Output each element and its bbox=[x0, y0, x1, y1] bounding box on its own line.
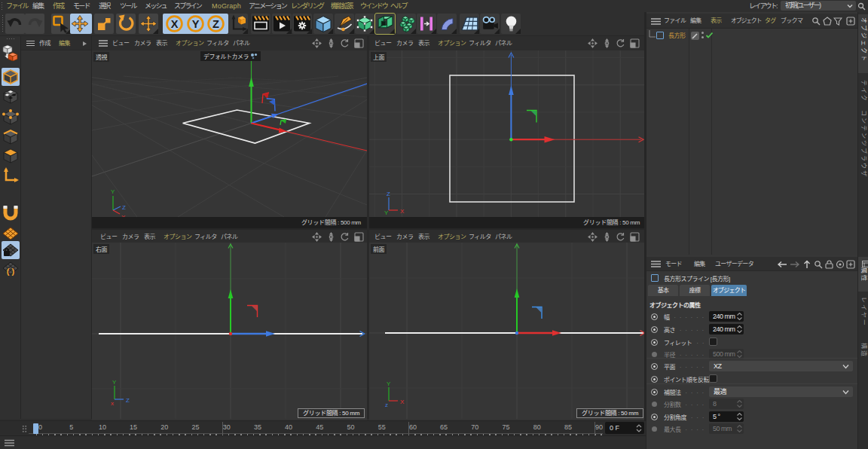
svg-text:Z: Z bbox=[126, 397, 130, 404]
svg-text:Y: Y bbox=[111, 188, 115, 195]
svg-text:Y: Y bbox=[112, 379, 117, 386]
svg-text:z: z bbox=[385, 402, 388, 408]
svg-text:Z: Z bbox=[387, 191, 390, 197]
svg-text:X: X bbox=[400, 208, 405, 215]
svg-text:( ): ( ) bbox=[7, 267, 15, 276]
svg-text:X: X bbox=[400, 399, 405, 405]
svg-text:x: x bbox=[111, 400, 114, 407]
svg-text:Y: Y bbox=[387, 380, 391, 387]
svg-text:Z: Z bbox=[122, 204, 126, 211]
svg-text:Z: Z bbox=[212, 18, 219, 30]
svg-text:X: X bbox=[171, 18, 179, 30]
svg-text:Y: Y bbox=[384, 209, 389, 216]
svg-text:Y: Y bbox=[192, 18, 200, 30]
